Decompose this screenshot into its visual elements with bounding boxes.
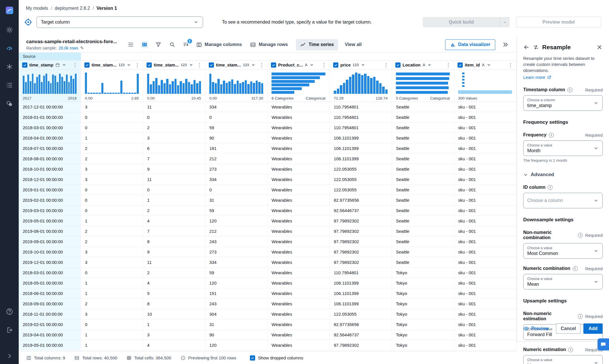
- canvas-logo-icon[interactable]: [5, 6, 14, 14]
- id-column-select[interactable]: Choose a column: [523, 193, 603, 208]
- edit-icon[interactable]: ✎: [80, 45, 84, 51]
- table-row[interactable]: 2018-10-01 00:00:0039273Wearables122.053…: [19, 164, 517, 174]
- column-header[interactable]: time_stam...123⋮: [81, 60, 143, 69]
- table-row[interactable]: 2019-02-01 00:00:000131Wearables82.97735…: [19, 195, 517, 205]
- table-row[interactable]: 2019-03-01 00:00:000259Wearables92.56446…: [19, 205, 517, 216]
- info-icon[interactable]: i: [578, 314, 583, 319]
- preview-model-button[interactable]: Preview model: [516, 17, 601, 28]
- table-row[interactable]: 2018-04-01 00:00:001390Wearables106.1101…: [19, 133, 517, 143]
- learn-more-link[interactable]: Learn more: [523, 75, 551, 80]
- column-menu-icon[interactable]: ⋮: [196, 62, 203, 68]
- manage-columns-button[interactable]: Manage columns: [196, 42, 242, 48]
- info-icon[interactable]: i: [549, 133, 554, 138]
- table-row[interactable]: 2017-12-01 00:00:00311334Wearables110.79…: [19, 102, 517, 112]
- chevron-down-icon[interactable]: [487, 63, 491, 67]
- automations-icon[interactable]: [5, 63, 14, 71]
- chevron-down-icon[interactable]: [251, 63, 255, 67]
- show-dropped-checkbox[interactable]: [250, 355, 255, 361]
- table-row[interactable]: 2019-09-01 00:00:0028243Wearables97.7989…: [19, 237, 517, 247]
- table-row[interactable]: 2018-06-01 00:00:0015151Wearables106.110…: [19, 288, 517, 299]
- table-row[interactable]: 2018-12-01 00:00:00311334Wearables122.05…: [19, 174, 517, 185]
- table-row[interactable]: 2019-02-01 00:00:000131Wearables82.97735…: [19, 319, 517, 330]
- non-numeric-combination-select[interactable]: Choose a valueMost Common: [523, 243, 603, 259]
- info-icon[interactable]: i: [548, 185, 553, 190]
- column-menu-icon[interactable]: ⋮: [134, 62, 141, 68]
- chevron-down-icon[interactable]: [62, 63, 66, 67]
- column-checkbox[interactable]: [22, 62, 27, 68]
- frequency-select[interactable]: Choose a valueMonth: [523, 140, 603, 156]
- sort-icon[interactable]: 1: [182, 41, 190, 48]
- column-menu-icon[interactable]: ⋮: [321, 62, 327, 68]
- chevron-down-icon[interactable]: [427, 63, 432, 67]
- grid-view-icon[interactable]: [141, 41, 148, 48]
- column-menu-icon[interactable]: ⋮: [259, 62, 265, 68]
- table-row[interactable]: 2018-11-01 00:00:00310304Wearables122.05…: [19, 309, 517, 319]
- column-checkbox[interactable]: [84, 62, 90, 68]
- column-menu-icon[interactable]: ⋮: [445, 62, 451, 68]
- table-row[interactable]: 2018-09-01 00:00:0028243Wearables106.110…: [19, 299, 517, 309]
- table-row[interactable]: 2019-05-01 00:00:0014120Wearables97.7989…: [19, 216, 517, 226]
- column-header[interactable]: price123⋮: [330, 60, 392, 69]
- list-menu-icon[interactable]: [5, 81, 14, 89]
- table-row[interactable]: 2018-07-01 00:00:0026181Wearables106.110…: [19, 143, 517, 154]
- collapse-chevrons-icon[interactable]: [502, 41, 509, 48]
- table-row[interactable]: 2019-10-01 00:00:0039273Wearables97.7989…: [19, 247, 517, 257]
- info-icon[interactable]: i: [573, 266, 578, 271]
- chevron-down-icon[interactable]: [361, 63, 365, 67]
- table-row[interactable]: 2019-01-01 00:00:00000Wearables122.05305…: [19, 185, 517, 195]
- search-icon[interactable]: [168, 41, 176, 48]
- info-icon[interactable]: i: [568, 87, 572, 92]
- my-models-icon[interactable]: [5, 44, 14, 52]
- quick-build-button[interactable]: Quick build: [423, 17, 510, 27]
- column-header[interactable]: Product_c...A⋮: [267, 60, 330, 69]
- table-row[interactable]: 2018-01-01 00:00:00000Wearables110.79548…: [19, 112, 517, 123]
- back-arrow-icon[interactable]: [523, 44, 530, 50]
- quick-build-caret-icon[interactable]: [500, 17, 510, 27]
- random-sample-value-link[interactable]: 20.0k rows: [59, 46, 78, 50]
- data-visualizer-button[interactable]: Data visualizer: [445, 39, 495, 50]
- add-button[interactable]: Add: [583, 323, 603, 334]
- filter-icon[interactable]: [155, 41, 162, 48]
- column-header[interactable]: time_stamp⋮: [19, 60, 81, 69]
- list-view-icon[interactable]: [127, 41, 134, 48]
- column-checkbox[interactable]: [395, 62, 401, 68]
- column-checkbox[interactable]: [458, 62, 463, 68]
- advanced-toggle[interactable]: Advanced: [523, 172, 603, 178]
- column-menu-icon[interactable]: ⋮: [72, 62, 78, 68]
- column-checkbox[interactable]: [209, 62, 214, 68]
- chevron-down-icon[interactable]: [189, 63, 193, 67]
- breadcrumb-my-models[interactable]: My models: [26, 6, 48, 11]
- close-icon[interactable]: [596, 44, 603, 50]
- sign-out-icon[interactable]: [5, 326, 14, 334]
- column-header[interactable]: item_idA⋮: [454, 60, 516, 69]
- table-row[interactable]: 2018-08-01 00:00:0027212Wearables106.110…: [19, 154, 517, 164]
- table-row[interactable]: 2019-05-01 00:00:0014120Wearables97.7989…: [19, 340, 517, 350]
- table-row[interactable]: 2019-12-01 00:00:00311334Wearables97.798…: [19, 257, 517, 268]
- chevron-down-icon[interactable]: [310, 63, 314, 67]
- table-row[interactable]: 2018-05-01 00:00:0014120Wearables106.110…: [19, 278, 517, 288]
- column-header[interactable]: time_stam...123⋮: [143, 60, 205, 69]
- chat-widget-button[interactable]: [597, 338, 609, 350]
- column-checkbox[interactable]: [147, 62, 152, 68]
- info-icon[interactable]: i: [568, 347, 573, 352]
- column-checkbox[interactable]: [271, 62, 276, 68]
- view-all-button[interactable]: View all: [345, 42, 362, 47]
- table-row[interactable]: 2018-03-01 00:00:000259Wearables110.7954…: [19, 268, 517, 278]
- time-series-button[interactable]: Time series: [296, 39, 338, 50]
- info-icon[interactable]: i: [578, 233, 583, 238]
- manage-rows-button[interactable]: Manage rows: [250, 42, 288, 48]
- datasets-icon[interactable]: [5, 100, 14, 108]
- numeric-combination-select[interactable]: Choose a valueMean: [523, 274, 603, 289]
- column-header[interactable]: LocationA⋮: [392, 60, 454, 69]
- table-row[interactable]: 2018-03-01 00:00:000259Wearables110.7954…: [19, 123, 517, 133]
- preview-button[interactable]: Preview: [523, 326, 549, 331]
- chevron-down-icon[interactable]: [127, 63, 131, 67]
- settings-gear-icon[interactable]: [5, 26, 14, 34]
- column-menu-icon[interactable]: ⋮: [507, 62, 514, 68]
- table-row[interactable]: 2019-04-01 00:00:001390Wearables92.56446…: [19, 330, 517, 340]
- expand-nav-icon[interactable]: [5, 352, 14, 360]
- cancel-button[interactable]: Cancel: [556, 323, 580, 334]
- target-column-select[interactable]: Target column: [37, 16, 203, 28]
- column-checkbox[interactable]: [333, 62, 338, 68]
- help-icon[interactable]: [5, 308, 14, 316]
